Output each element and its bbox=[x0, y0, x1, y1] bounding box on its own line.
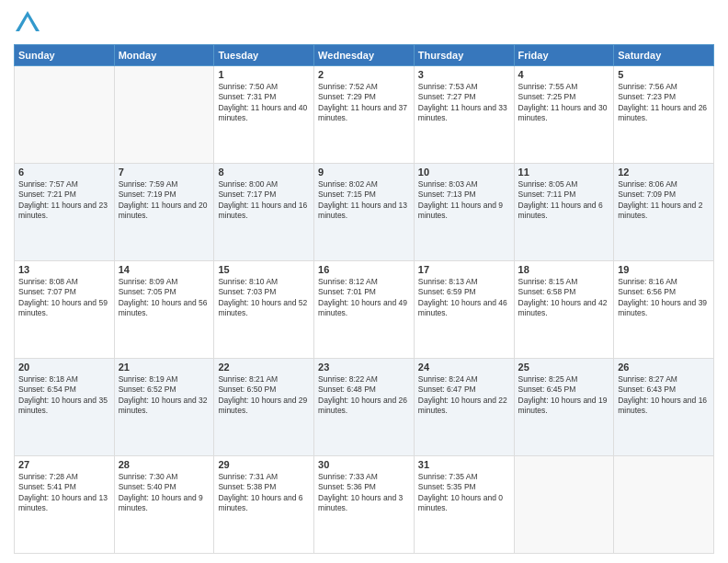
calendar-day-cell: 25 Sunrise: 8:25 AMSunset: 6:45 PMDaylig… bbox=[514, 359, 614, 456]
day-number: 1 bbox=[218, 69, 310, 80]
calendar-day-cell: 10 Sunrise: 8:03 AMSunset: 7:13 PMDaylig… bbox=[414, 164, 514, 261]
calendar-day-cell: 8 Sunrise: 8:00 AMSunset: 7:17 PMDayligh… bbox=[214, 164, 314, 261]
weekday-header-cell: Friday bbox=[514, 45, 614, 66]
day-info: Sunrise: 7:55 AMSunset: 7:25 PMDaylight:… bbox=[518, 82, 610, 124]
day-number: 17 bbox=[418, 264, 510, 275]
day-info: Sunrise: 7:31 AMSunset: 5:38 PMDaylight:… bbox=[218, 472, 310, 514]
day-number: 15 bbox=[218, 264, 310, 275]
day-number: 24 bbox=[418, 362, 510, 373]
calendar-day-cell: 27 Sunrise: 7:28 AMSunset: 5:41 PMDaylig… bbox=[15, 456, 115, 554]
day-number: 19 bbox=[618, 264, 710, 275]
day-info: Sunrise: 8:25 AMSunset: 6:45 PMDaylight:… bbox=[518, 374, 610, 417]
weekday-header-row: SundayMondayTuesdayWednesdayThursdayFrid… bbox=[15, 45, 714, 66]
day-info: Sunrise: 8:15 AMSunset: 6:58 PMDaylight:… bbox=[518, 277, 610, 319]
day-info: Sunrise: 7:57 AMSunset: 7:21 PMDaylight:… bbox=[18, 179, 110, 222]
calendar-day-cell: 12 Sunrise: 8:06 AMSunset: 7:09 PMDaylig… bbox=[614, 164, 714, 261]
day-number: 25 bbox=[518, 362, 610, 373]
day-info: Sunrise: 8:19 AMSunset: 6:52 PMDaylight:… bbox=[119, 374, 210, 417]
day-number: 14 bbox=[119, 264, 210, 275]
day-number: 6 bbox=[18, 167, 110, 178]
weekday-header-cell: Thursday bbox=[414, 45, 514, 66]
day-info: Sunrise: 7:52 AMSunset: 7:29 PMDaylight:… bbox=[318, 82, 410, 124]
calendar-day-cell: 20 Sunrise: 8:18 AMSunset: 6:54 PMDaylig… bbox=[15, 359, 115, 456]
day-number: 10 bbox=[418, 167, 510, 178]
logo bbox=[14, 9, 45, 37]
day-number: 18 bbox=[518, 264, 610, 275]
calendar-day-cell bbox=[114, 66, 214, 164]
calendar-day-cell: 14 Sunrise: 8:09 AMSunset: 7:05 PMDaylig… bbox=[114, 261, 214, 359]
day-info: Sunrise: 8:00 AMSunset: 7:17 PMDaylight:… bbox=[218, 179, 310, 222]
day-info: Sunrise: 8:18 AMSunset: 6:54 PMDaylight:… bbox=[18, 374, 110, 417]
day-info: Sunrise: 7:53 AMSunset: 7:27 PMDaylight:… bbox=[418, 82, 510, 124]
calendar-day-cell: 28 Sunrise: 7:30 AMSunset: 5:40 PMDaylig… bbox=[114, 456, 214, 554]
weekday-header-cell: Monday bbox=[114, 45, 214, 66]
day-number: 5 bbox=[618, 69, 710, 80]
day-info: Sunrise: 7:56 AMSunset: 7:23 PMDaylight:… bbox=[618, 82, 710, 124]
day-number: 30 bbox=[318, 459, 410, 470]
calendar-day-cell: 31 Sunrise: 7:35 AMSunset: 5:35 PMDaylig… bbox=[414, 456, 514, 554]
day-number: 26 bbox=[618, 362, 710, 373]
calendar-day-cell: 7 Sunrise: 7:59 AMSunset: 7:19 PMDayligh… bbox=[114, 164, 214, 261]
calendar-day-cell: 3 Sunrise: 7:53 AMSunset: 7:27 PMDayligh… bbox=[414, 66, 514, 164]
day-info: Sunrise: 8:13 AMSunset: 6:59 PMDaylight:… bbox=[418, 277, 510, 319]
day-number: 4 bbox=[518, 69, 610, 80]
day-info: Sunrise: 7:28 AMSunset: 5:41 PMDaylight:… bbox=[18, 472, 110, 514]
calendar-day-cell bbox=[15, 66, 115, 164]
logo-icon bbox=[14, 9, 41, 37]
calendar-day-cell: 15 Sunrise: 8:10 AMSunset: 7:03 PMDaylig… bbox=[214, 261, 314, 359]
day-number: 12 bbox=[618, 167, 710, 178]
day-info: Sunrise: 8:10 AMSunset: 7:03 PMDaylight:… bbox=[218, 277, 310, 319]
weekday-header-cell: Wednesday bbox=[314, 45, 415, 66]
day-info: Sunrise: 8:05 AMSunset: 7:11 PMDaylight:… bbox=[518, 179, 610, 222]
calendar-day-cell: 30 Sunrise: 7:33 AMSunset: 5:36 PMDaylig… bbox=[314, 456, 415, 554]
day-number: 22 bbox=[218, 362, 310, 373]
calendar-day-cell: 1 Sunrise: 7:50 AMSunset: 7:31 PMDayligh… bbox=[214, 66, 314, 164]
day-number: 13 bbox=[18, 264, 110, 275]
weekday-header-cell: Tuesday bbox=[214, 45, 314, 66]
calendar-day-cell bbox=[614, 456, 714, 554]
calendar-day-cell: 18 Sunrise: 8:15 AMSunset: 6:58 PMDaylig… bbox=[514, 261, 614, 359]
day-info: Sunrise: 7:35 AMSunset: 5:35 PMDaylight:… bbox=[418, 472, 510, 514]
day-info: Sunrise: 8:24 AMSunset: 6:47 PMDaylight:… bbox=[418, 374, 510, 417]
calendar-day-cell: 2 Sunrise: 7:52 AMSunset: 7:29 PMDayligh… bbox=[314, 66, 415, 164]
day-info: Sunrise: 8:06 AMSunset: 7:09 PMDaylight:… bbox=[618, 179, 710, 222]
day-number: 21 bbox=[119, 362, 210, 373]
calendar-day-cell: 13 Sunrise: 8:08 AMSunset: 7:07 PMDaylig… bbox=[15, 261, 115, 359]
calendar-week-row: 27 Sunrise: 7:28 AMSunset: 5:41 PMDaylig… bbox=[15, 456, 714, 554]
day-info: Sunrise: 8:02 AMSunset: 7:15 PMDaylight:… bbox=[318, 179, 410, 222]
day-number: 20 bbox=[18, 362, 110, 373]
calendar-day-cell: 26 Sunrise: 8:27 AMSunset: 6:43 PMDaylig… bbox=[614, 359, 714, 456]
day-info: Sunrise: 8:21 AMSunset: 6:50 PMDaylight:… bbox=[218, 374, 310, 417]
calendar-week-row: 20 Sunrise: 8:18 AMSunset: 6:54 PMDaylig… bbox=[15, 359, 714, 456]
calendar-day-cell: 4 Sunrise: 7:55 AMSunset: 7:25 PMDayligh… bbox=[514, 66, 614, 164]
calendar-day-cell: 11 Sunrise: 8:05 AMSunset: 7:11 PMDaylig… bbox=[514, 164, 614, 261]
day-info: Sunrise: 8:16 AMSunset: 6:56 PMDaylight:… bbox=[618, 277, 710, 319]
page: SundayMondayTuesdayWednesdayThursdayFrid… bbox=[0, 0, 728, 563]
calendar-week-row: 1 Sunrise: 7:50 AMSunset: 7:31 PMDayligh… bbox=[15, 66, 714, 164]
day-number: 28 bbox=[119, 459, 210, 470]
calendar-day-cell: 24 Sunrise: 8:24 AMSunset: 6:47 PMDaylig… bbox=[414, 359, 514, 456]
day-info: Sunrise: 8:22 AMSunset: 6:48 PMDaylight:… bbox=[318, 374, 410, 417]
day-info: Sunrise: 8:08 AMSunset: 7:07 PMDaylight:… bbox=[18, 277, 110, 319]
day-number: 31 bbox=[418, 459, 510, 470]
day-number: 27 bbox=[18, 459, 110, 470]
day-number: 16 bbox=[318, 264, 410, 275]
day-number: 23 bbox=[318, 362, 410, 373]
day-info: Sunrise: 7:59 AMSunset: 7:19 PMDaylight:… bbox=[119, 179, 210, 222]
day-number: 3 bbox=[418, 69, 510, 80]
calendar-week-row: 6 Sunrise: 7:57 AMSunset: 7:21 PMDayligh… bbox=[15, 164, 714, 261]
day-info: Sunrise: 8:27 AMSunset: 6:43 PMDaylight:… bbox=[618, 374, 710, 417]
day-info: Sunrise: 7:30 AMSunset: 5:40 PMDaylight:… bbox=[119, 472, 210, 514]
calendar-day-cell: 17 Sunrise: 8:13 AMSunset: 6:59 PMDaylig… bbox=[414, 261, 514, 359]
day-info: Sunrise: 8:03 AMSunset: 7:13 PMDaylight:… bbox=[418, 179, 510, 222]
calendar-day-cell bbox=[514, 456, 614, 554]
day-number: 29 bbox=[218, 459, 310, 470]
weekday-header-cell: Sunday bbox=[15, 45, 115, 66]
calendar-day-cell: 5 Sunrise: 7:56 AMSunset: 7:23 PMDayligh… bbox=[614, 66, 714, 164]
calendar-week-row: 13 Sunrise: 8:08 AMSunset: 7:07 PMDaylig… bbox=[15, 261, 714, 359]
calendar-day-cell: 23 Sunrise: 8:22 AMSunset: 6:48 PMDaylig… bbox=[314, 359, 415, 456]
day-number: 8 bbox=[218, 167, 310, 178]
weekday-header-cell: Saturday bbox=[614, 45, 714, 66]
day-number: 7 bbox=[119, 167, 210, 178]
calendar: SundayMondayTuesdayWednesdayThursdayFrid… bbox=[14, 44, 714, 554]
